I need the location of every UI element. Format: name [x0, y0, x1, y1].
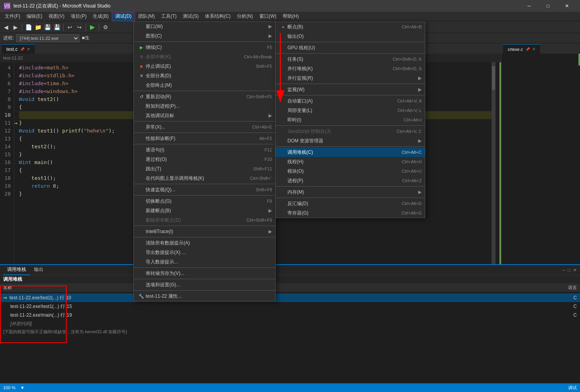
- menu-view[interactable]: 视图(V): [45, 12, 68, 21]
- submenu-gpu-thread[interactable]: GPU 线程(U): [276, 43, 425, 52]
- toolbar-open[interactable]: 📁: [34, 23, 42, 32]
- debug-other-targets[interactable]: 其他调试目标 ▶: [134, 111, 275, 120]
- submenu-threads[interactable]: 线程(H) Ctrl+Alt+H: [276, 157, 425, 166]
- restart-label: 重新启动(R): [146, 93, 238, 100]
- debug-attach-process[interactable]: 附加到进程(P)...: [134, 101, 275, 111]
- debug-stop[interactable]: ■ 停止调试(E) Shift+F5: [134, 62, 275, 71]
- intellitrace-arrow: ▶: [268, 229, 272, 234]
- debug-step-over[interactable]: 逐过程(O) F10: [134, 155, 275, 164]
- debug-menu-window[interactable]: 窗口(W) ▶ ● 断点(B) Ctrl+Alt+B 输出(O) GPU 线程(…: [134, 22, 275, 31]
- submenu-breakpoints[interactable]: ● 断点(B) Ctrl+Alt+B: [276, 22, 425, 32]
- menu-build[interactable]: 生成(B): [90, 12, 112, 21]
- call-stack-shortcut: Ctrl+Alt+C: [394, 150, 422, 155]
- toolbar-back[interactable]: ◀: [2, 23, 10, 32]
- debug-export-datatips[interactable]: 导出数据提示(X) ...: [134, 248, 275, 257]
- title-bar-controls[interactable]: ─ □ ✕: [520, 0, 576, 12]
- submenu-auto-window[interactable]: 自动窗口(A) Ctrl+Alt+V, A: [276, 96, 425, 106]
- debug-save-dump[interactable]: 将转储另存为(V)...: [134, 269, 275, 278]
- toolbar-btn-misc[interactable]: ⚙: [101, 23, 110, 32]
- toolbar-new[interactable]: 📄: [24, 23, 33, 32]
- debug-step-into[interactable]: 逐语句(I) F11: [134, 145, 275, 155]
- editor-scrollbar[interactable]: [492, 62, 496, 264]
- submenu-dom-explorer[interactable]: DOM 资源管理器 ▶: [276, 136, 425, 146]
- toolbar-undo[interactable]: ↩: [66, 23, 74, 32]
- minimize-button[interactable]: ─: [520, 0, 538, 12]
- menu-file[interactable]: 文件(F): [2, 12, 23, 21]
- debug-terminate-all[interactable]: 全部终止(M): [134, 80, 275, 90]
- toolbar-forward[interactable]: ▶: [11, 23, 20, 32]
- toolbar-save-all[interactable]: 💾: [53, 23, 61, 32]
- bottom-tab-output[interactable]: 输出: [30, 265, 47, 275]
- exceptions-label: 异常(X)...: [146, 124, 244, 131]
- debug-sep-2: [134, 91, 275, 91]
- debug-show-callstack-map[interactable]: 在代码图上显示调用堆栈(K) Ctrl+Shift+`: [134, 174, 275, 183]
- submenu-memory[interactable]: 内存(M) ▶: [276, 187, 425, 197]
- continue-shortcut: F5: [259, 45, 272, 50]
- submenu-modules[interactable]: 模块(O) Ctrl+Alt+U: [276, 166, 425, 176]
- toolbar-save[interactable]: 💾: [43, 23, 52, 32]
- debug-quick-watch[interactable]: 快速监视(Q)... Shift+F9: [134, 185, 275, 194]
- status-zoom-btn[interactable]: ▼: [20, 385, 24, 390]
- panel-restore-icon[interactable]: □: [568, 267, 571, 273]
- submenu-output[interactable]: 输出(O): [276, 32, 425, 41]
- callstack-row-0[interactable]: ⇒ test-11-22.exe!test2(...) 行 10 C: [0, 293, 580, 302]
- window-submenu[interactable]: ● 断点(B) Ctrl+Alt+B 输出(O) GPU 线程(U) 任务(S): [275, 22, 425, 218]
- panel-minimize-icon[interactable]: ─: [562, 267, 565, 273]
- right-tab-close[interactable]: ✕: [532, 47, 535, 51]
- menu-tools[interactable]: 工具(T): [158, 12, 180, 21]
- step-out-shortcut: Shift+F11: [246, 166, 272, 171]
- submenu-registers[interactable]: 寄存器(G) Ctrl+Alt+G: [276, 208, 425, 218]
- debug-continue[interactable]: ▶ 继续(C) F5: [134, 43, 275, 52]
- submenu-processes[interactable]: 进程(P) Ctrl+Alt+Z: [276, 176, 425, 185]
- right-tab-crtexe[interactable]: crtexe.c 📌 ✕: [503, 44, 540, 54]
- step-over-label: 逐过程(O): [146, 156, 257, 163]
- save-dump-label: 将转储另存为(V)...: [146, 270, 272, 277]
- menu-arch[interactable]: 体系结构(C): [202, 12, 234, 21]
- submenu-tasks[interactable]: 任务(S) Ctrl+Shift+D, K: [276, 54, 425, 64]
- submenu-parallel-stack[interactable]: 并行堆栈(K) Ctrl+Shift+D, S: [276, 64, 425, 73]
- callstack-row-2[interactable]: test-11-22.exe!main(...) 行 19 C: [0, 311, 580, 319]
- debug-menu[interactable]: 窗口(W) ▶ ● 断点(B) Ctrl+Alt+B 输出(O) GPU 线程(…: [133, 21, 276, 301]
- scrollbar-thumb[interactable]: [492, 66, 495, 90]
- debug-restart[interactable]: ↺ 重新启动(R) Ctrl+Shift+F5: [134, 92, 275, 101]
- maximize-button[interactable]: □: [539, 0, 557, 12]
- menu-test[interactable]: 测试(S): [180, 12, 202, 21]
- editor-tab-testc[interactable]: test.c 📌 ✕: [2, 44, 35, 54]
- debug-new-bp[interactable]: 新建断点(B) ▶: [134, 206, 275, 215]
- menu-analyze[interactable]: 分析(N): [234, 12, 256, 21]
- debug-import-datatips[interactable]: 导入数据提示...: [134, 257, 275, 267]
- submenu-locals[interactable]: 局部变量(L) Ctrl+Alt+V, L: [276, 106, 425, 115]
- menu-edit[interactable]: 编辑(E): [23, 12, 45, 21]
- close-button[interactable]: ✕: [558, 0, 576, 12]
- submenu-disassembly[interactable]: 反汇编(D) Ctrl+Alt+D: [276, 199, 425, 208]
- submenu-immediate[interactable]: 即时(I) Ctrl+Alt+I: [276, 115, 425, 125]
- callstack-row-external[interactable]: [外部代码]: [0, 319, 580, 328]
- menu-team[interactable]: 团队(M): [135, 12, 158, 21]
- breakpoints-label: 断点(B): [287, 24, 394, 30]
- debug-detach-all[interactable]: ✕ 全部分离(D): [134, 71, 275, 80]
- debug-clear-datatips[interactable]: 清除所有数据提示(A): [134, 238, 275, 248]
- bottom-tab-callstack[interactable]: 调用堆栈: [3, 265, 30, 275]
- toolbar-sep-2: [63, 24, 64, 31]
- process-select[interactable]: [744] test-11-22.exe: [16, 34, 79, 42]
- toolbar-play[interactable]: ▶: [88, 23, 97, 32]
- debug-toggle-bp[interactable]: 切换断点(G) F9: [134, 196, 275, 206]
- tab-close-btn[interactable]: ✕: [27, 47, 30, 51]
- submenu-parallel-watch[interactable]: 并行监视(R) ▶: [276, 73, 425, 83]
- menu-window[interactable]: 窗口(W): [256, 12, 280, 21]
- debug-exceptions[interactable]: 异常(X)... Ctrl+Alt+E: [134, 122, 275, 132]
- debug-perf-diag[interactable]: 性能和诊断(F) Alt+F2: [134, 134, 275, 143]
- debug-menu-graphics[interactable]: 图形(C) ▶: [134, 31, 275, 41]
- menu-debug[interactable]: 调试(D): [112, 12, 135, 21]
- submenu-watch[interactable]: 监视(W) ▶: [276, 85, 425, 94]
- debug-options[interactable]: 选项和设置(G)...: [134, 280, 275, 289]
- panel-close-icon[interactable]: ✕: [573, 267, 577, 273]
- submenu-call-stack[interactable]: 调用堆栈(C) Ctrl+Alt+C: [276, 147, 425, 157]
- callstack-row-1[interactable]: test-11-22.exe!test1(...) 行 15 C: [0, 302, 580, 311]
- debug-properties[interactable]: 🔧 test-11-22 属性...: [134, 291, 275, 301]
- debug-step-out[interactable]: 跳出(T) Shift+F11: [134, 164, 275, 174]
- debug-intellitrace[interactable]: IntelliTrace(I) ▶: [134, 227, 275, 236]
- menu-project[interactable]: 项目(P): [68, 12, 90, 21]
- menu-help[interactable]: 帮助(H): [280, 12, 302, 21]
- toolbar-redo[interactable]: ↪: [75, 23, 84, 32]
